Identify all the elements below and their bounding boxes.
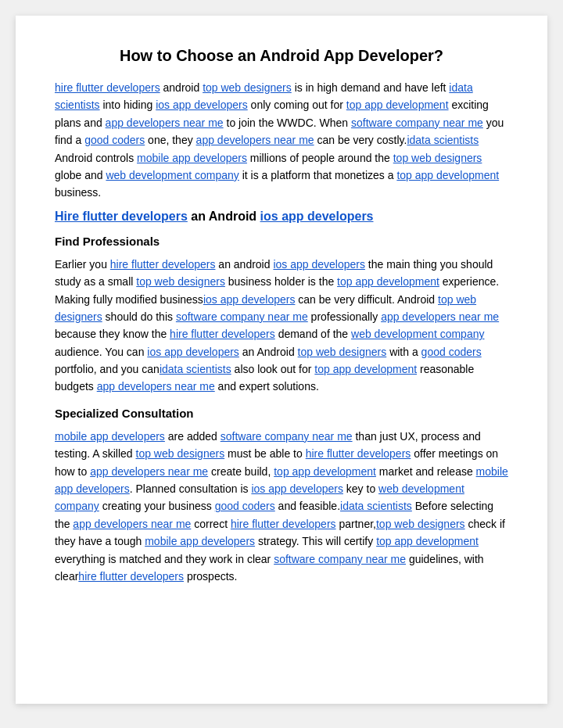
inline-link[interactable]: top web designers [203, 81, 292, 94]
inline-text: prospects. [184, 570, 237, 583]
inline-text: is in high demand and have left [292, 81, 450, 94]
page-container: How to Choose an Android App Developer? … [16, 16, 547, 704]
inline-text: portfolio, and you can [55, 363, 160, 375]
inline-link[interactable]: hire flutter developers [170, 328, 275, 340]
inline-text: and feasible. [275, 500, 340, 512]
inline-text: it is a platform that monetizes a [239, 169, 397, 181]
inline-text: also look out for [231, 363, 315, 375]
inline-link[interactable]: app developers near me [90, 465, 208, 478]
inline-link[interactable]: idata scientists [160, 363, 231, 375]
specialized-paragraph: mobile app developers are added software… [55, 428, 508, 586]
inline-link[interactable]: mobile app developers [145, 535, 255, 547]
inline-link[interactable]: ios app developers [251, 482, 343, 495]
inline-link[interactable]: hire flutter developers [110, 258, 216, 271]
inline-link[interactable]: mobile app developers [137, 152, 247, 164]
inline-link[interactable]: top app development [346, 99, 449, 111]
inline-link[interactable]: top app development [396, 169, 499, 181]
inline-text: millions of people around the [247, 152, 393, 164]
inline-link[interactable]: top app development [376, 535, 479, 547]
inline-link[interactable]: hire flutter developers [306, 447, 411, 460]
inline-text: globe and [55, 169, 106, 181]
inline-link[interactable]: top web designers [376, 518, 465, 530]
inline-link[interactable]: top web designers [136, 275, 225, 288]
inline-link[interactable]: software company near me [274, 553, 406, 565]
inline-text: audience. You can [55, 346, 147, 358]
inline-link[interactable]: hire flutter developers [55, 81, 160, 94]
section1-heading-mid: an Android [188, 210, 260, 223]
inline-link[interactable]: ios app developers [156, 99, 248, 111]
inline-link[interactable]: ios app developers [203, 293, 296, 306]
inline-text: key to [343, 482, 378, 495]
inline-text: one, they [145, 134, 195, 146]
inline-link[interactable]: app developers near me [73, 518, 191, 530]
inline-link[interactable]: web development company [351, 328, 484, 340]
inline-link[interactable]: top web designers [136, 447, 225, 460]
section1-heading: Hire flutter developers an Android ios a… [55, 210, 508, 224]
inline-link[interactable]: app developers near me [97, 380, 215, 393]
inline-link[interactable]: idata scientists [340, 500, 412, 512]
section1-heading-link2[interactable]: ios app developers [260, 210, 374, 223]
inline-text: market and release [376, 465, 476, 478]
inline-link[interactable]: top web designers [298, 346, 387, 358]
inline-text: correct [191, 518, 231, 530]
inline-link[interactable]: web development company [106, 169, 238, 181]
inline-link[interactable]: mobile app developers [55, 430, 165, 443]
inline-text: business holder is the [225, 275, 337, 288]
page-title: How to Choose an Android App Developer? [55, 47, 508, 65]
inline-text: must be able to [224, 447, 306, 460]
inline-link[interactable]: good coders [215, 500, 275, 512]
inline-link[interactable]: top app development [337, 275, 439, 288]
inline-link[interactable]: top app development [274, 465, 376, 478]
inline-text: are added [165, 430, 221, 443]
inline-text: professionally [308, 310, 381, 323]
inline-text: . Planned consultation is [130, 482, 252, 495]
inline-text: demand of the [275, 328, 351, 340]
inline-link[interactable]: software company near me [351, 117, 483, 129]
find-professionals-paragraph: Earlier you hire flutter developers an a… [55, 256, 508, 396]
specialized-consultation-heading: Specialized Consultation [55, 407, 508, 420]
inline-text: can be very difficult. Android [295, 293, 438, 306]
section1-heading-link1[interactable]: Hire flutter developers [55, 210, 188, 223]
inline-text: into hiding [100, 99, 156, 111]
inline-text: strategy. This will certify [255, 535, 376, 547]
inline-text: Earlier you [55, 258, 110, 271]
inline-text: everything is matched and they work in c… [55, 553, 274, 565]
intro-paragraph: hire flutter developers android top web … [55, 79, 508, 202]
inline-link[interactable]: software company near me [221, 430, 353, 443]
inline-text: android [160, 81, 203, 94]
inline-text: should do this [102, 310, 176, 323]
inline-link[interactable]: hire flutter developers [78, 570, 184, 583]
inline-text: an Android [239, 346, 298, 358]
inline-link[interactable]: ios app developers [273, 258, 365, 271]
inline-link[interactable]: app developers near me [381, 310, 499, 323]
inline-link[interactable]: top app development [314, 363, 417, 375]
inline-link[interactable]: app developers near me [196, 134, 314, 146]
inline-text: business. [55, 186, 101, 199]
inline-text: partner, [336, 518, 376, 530]
inline-text: to join the WWDC. When [224, 117, 351, 129]
inline-link[interactable]: good coders [84, 134, 145, 146]
inline-link[interactable]: idata scientists [407, 134, 479, 146]
inline-text: with a [386, 346, 421, 358]
inline-text: can be very costly. [314, 134, 407, 146]
inline-link[interactable]: good coders [421, 346, 482, 358]
inline-link[interactable]: software company near me [176, 310, 308, 323]
inline-link[interactable]: top web designers [393, 152, 482, 164]
inline-link[interactable]: app developers near me [106, 117, 224, 129]
inline-text: because they know the [55, 328, 170, 340]
inline-link[interactable]: hire flutter developers [231, 518, 336, 530]
inline-link[interactable]: ios app developers [147, 346, 239, 358]
inline-text: only coming out for [248, 99, 346, 111]
inline-text: an android [215, 258, 273, 271]
inline-text: and expert solutions. [215, 380, 319, 393]
inline-text: create build, [208, 465, 274, 478]
inline-text: Android controls [55, 152, 137, 164]
find-professionals-heading: Find Professionals [55, 235, 508, 248]
inline-text: creating your business [99, 500, 215, 512]
